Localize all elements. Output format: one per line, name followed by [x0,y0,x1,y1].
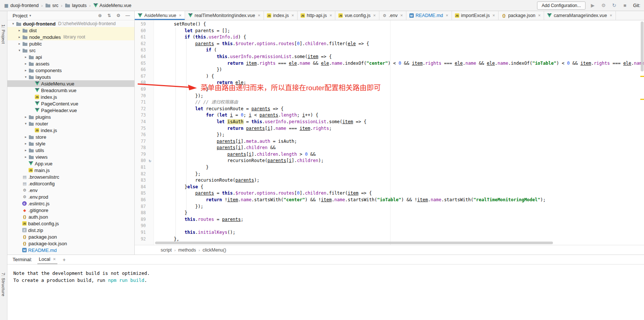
tree-item-pagecontent-vue[interactable]: PageContent.vue [7,100,134,107]
tree-item-browserslistrc[interactable]: ▤.browserslistrc [7,174,134,180]
tree-item-dist[interactable]: ▸dist [7,27,134,34]
locate-file-icon[interactable]: ⊕ [97,13,103,18]
code-line[interactable]: 74 let isAuth = this.userInfo.permission… [135,119,644,125]
line-number[interactable]: 88 [135,210,147,216]
close-icon[interactable]: ✕ [446,14,449,17]
code-line[interactable]: 63 if ( [135,47,644,54]
tree-item-dist-zip[interactable]: Zdist.zip [7,227,134,233]
chevron-right-icon[interactable]: ▸ [23,142,28,145]
code-line[interactable]: 78 parents[i].children && [135,145,644,151]
chevron-down-icon[interactable]: ▾ [23,75,28,79]
close-icon[interactable]: ✕ [258,14,261,17]
tree-item-node-modules[interactable]: ▸node_moduleslibrary root [7,34,134,40]
tab-index-js[interactable]: JSindex.js✕ [264,11,298,20]
tree-item-duoji-frontend[interactable]: ▾duoji-frontendD:\zheheWeb\duoji-fronten… [7,20,134,27]
tree-item-src[interactable]: ▾src [7,47,134,54]
code-line[interactable]: 71 // // 递归权限路由 [135,99,644,106]
tree-item-plugins[interactable]: ▸plugins [7,114,134,120]
code-editor[interactable]: 59 setRoute() {60 let parents = [];61 if… [135,20,644,245]
chevron-down-icon[interactable]: ▾ [10,22,16,26]
code-line[interactable]: 59 setRoute() { [135,21,644,28]
breadcrumb-item-clickmenu[interactable]: clickMenu() [202,247,226,253]
line-number[interactable]: 61 [135,34,147,41]
code-line[interactable]: 67 ) { [135,73,644,80]
sync-icon[interactable]: ↻ [611,3,618,8]
line-number[interactable]: 71 [135,99,147,106]
line-number[interactable]: 83 [135,177,147,184]
close-icon[interactable]: ✕ [492,14,495,17]
line-number[interactable]: 79 [135,151,147,158]
tree-item-utils[interactable]: ▸utils [7,147,134,154]
nav-breadcrumb-item-duoji-frontend[interactable]: ▦duoji-frontend [4,3,38,8]
line-number[interactable]: 76 [135,132,147,138]
line-number[interactable]: 82 [135,171,147,178]
line-number[interactable]: 67 [135,73,147,80]
line-number[interactable]: 91 [135,229,147,236]
line-number[interactable]: 81 [135,164,147,171]
stop-icon[interactable]: ■ [622,3,628,8]
code-line[interactable]: 91 this.initialKeys(); [135,229,644,236]
code-line[interactable]: 61 if (this.userInfo.id) { [135,34,644,41]
code-line[interactable]: 89 this.routes = parents; [135,216,644,223]
build-settings-icon[interactable]: ⚙ [600,3,607,8]
tree-item-editorconfig[interactable]: ▤.editorconfig [7,180,134,187]
close-icon[interactable]: ✕ [291,14,294,17]
line-number[interactable]: 72 [135,106,147,112]
vertical-scrollbar[interactable] [641,21,644,71]
add-configuration-button[interactable]: Add Configuration... [537,1,585,10]
tab-env[interactable]: ⚙.env✕ [379,11,406,20]
chevron-right-icon[interactable]: ▸ [23,55,28,59]
code-line[interactable]: 76 }); [135,132,644,138]
tab-readme-md[interactable]: MREADME.md✕ [406,11,452,20]
tree-item-main-js[interactable]: JSmain.js [7,167,134,174]
line-number[interactable]: 74 [135,119,147,125]
chevron-right-icon[interactable]: ▸ [23,155,28,159]
code-line[interactable]: 80↻ recursionRoute(parents[i].children); [135,158,644,164]
chevron-down-icon[interactable]: ▾ [17,48,22,52]
line-number[interactable]: 90 [135,223,147,229]
line-number[interactable]: 65 [135,60,147,67]
line-number[interactable]: 85 [135,190,147,197]
chevron-down-icon[interactable]: ▾ [23,122,28,125]
close-icon[interactable]: ✕ [373,14,376,17]
line-number[interactable]: 70 [135,93,147,100]
line-number[interactable]: 68 [135,80,147,86]
code-line[interactable]: 84 }else { [135,184,644,191]
code-line[interactable]: 75 return parents[i].name === item.right… [135,125,644,132]
chevron-right-icon[interactable]: ▸ [23,115,28,119]
settings-gear-icon[interactable]: ⚙ [115,13,121,18]
tree-item-package-json[interactable]: {}package.json [7,233,134,240]
tree-item-asidemenu-vue[interactable]: AsideMenu.vue [7,80,134,87]
tab-asidemenu-vue[interactable]: AsideMenu.vue✕ [135,11,185,20]
line-number[interactable]: 86 [135,197,147,203]
line-number[interactable]: 92 [135,236,147,243]
tree-item-assets[interactable]: ▸assets [7,60,134,67]
nav-breadcrumb-item-asidemenu-vue[interactable]: AsideMenu.vue [93,3,131,8]
tree-item-index-js[interactable]: JSindex.js [7,127,134,134]
tree-item-app-vue[interactable]: App.vue [7,160,134,167]
tree-item-store[interactable]: ▸store [7,134,134,140]
line-number[interactable]: 66 [135,67,147,73]
tab-package-json[interactable]: {}package.json✕ [499,11,544,20]
line-number[interactable]: 77 [135,138,147,145]
line-number[interactable]: 80 [135,158,147,164]
new-terminal-icon[interactable]: + [63,257,66,263]
tab-cameramanage-index-vue[interactable]: cameraManage\index.vue✕ [544,11,616,20]
code-line[interactable]: 60 let parents = []; [135,28,644,34]
line-number[interactable]: 75 [135,125,147,132]
chevron-right-icon[interactable]: ▸ [23,68,28,72]
line-number[interactable]: 73 [135,112,147,119]
line-number[interactable]: 63 [135,47,147,54]
line-number[interactable]: 87 [135,203,147,210]
tree-item-style[interactable]: ▸style [7,140,134,147]
close-icon[interactable]: ✕ [53,257,56,261]
close-icon[interactable]: ✕ [538,14,541,17]
tree-item-breadcrumb-vue[interactable]: Breadcrumb.vue [7,87,134,94]
code-line[interactable]: 83 recursionRoute(parents); [135,177,644,184]
tree-item-layouts[interactable]: ▾layouts [7,74,134,80]
tree-item-package-lock-json[interactable]: {}package-lock.json [7,240,134,247]
code-line[interactable]: 77 parents[i].meta.auth = isAuth; [135,138,644,145]
collapse-all-icon[interactable]: ⇅ [106,13,112,18]
code-line[interactable]: 73 for (let i = 0; i < parents.length; i… [135,112,644,119]
code-line[interactable]: 62 parents = this.$router.options.routes… [135,41,644,47]
